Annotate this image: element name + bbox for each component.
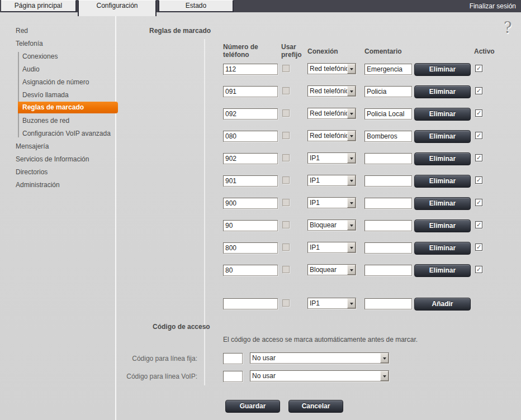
phone-number-input[interactable]: 112 bbox=[223, 64, 278, 75]
dropdown-arrow-icon bbox=[347, 64, 356, 74]
connection-select[interactable]: Red telefónica bbox=[307, 85, 356, 97]
comment-input[interactable] bbox=[364, 242, 412, 254]
add-button[interactable]: Añadir bbox=[414, 298, 471, 311]
sidebar-item-servicios-de-informacion[interactable]: Servicios de Información bbox=[16, 155, 89, 164]
delete-button[interactable]: Eliminar bbox=[414, 264, 471, 277]
phone-number-input[interactable]: 080 bbox=[223, 131, 278, 142]
section-title-reglas: Reglas de marcado bbox=[149, 27, 211, 35]
comment-input[interactable]: Bomberos bbox=[364, 131, 412, 142]
cancel-button[interactable]: Cancelar bbox=[288, 400, 343, 413]
tab-estado[interactable]: Estado bbox=[158, 0, 234, 12]
select-value: No usar bbox=[250, 353, 380, 363]
connection-select[interactable]: Red telefónica bbox=[307, 63, 356, 74]
delete-button[interactable]: Eliminar bbox=[414, 219, 471, 232]
delete-button[interactable]: Eliminar bbox=[414, 85, 471, 98]
comment-input[interactable] bbox=[364, 265, 412, 276]
connection-select[interactable]: Bloquear bbox=[307, 219, 356, 231]
tab-pagina-principal[interactable]: Página principal bbox=[1, 0, 77, 12]
save-button[interactable]: Guardar bbox=[225, 400, 280, 413]
connection-select[interactable]: IP1 bbox=[307, 242, 356, 253]
active-checkbox[interactable]: ✓ bbox=[475, 65, 482, 72]
dialing-rule-row: 112 Red telefónica Emergencia Eliminar ✓ bbox=[223, 63, 486, 77]
active-checkbox[interactable]: ✓ bbox=[475, 266, 482, 273]
sidebar-item-red[interactable]: Red bbox=[16, 27, 28, 35]
sidebar-item-configuracion-voip-avanzada[interactable]: Configuración VoIP avanzada bbox=[22, 130, 111, 138]
active-checkbox[interactable]: ✓ bbox=[475, 244, 482, 251]
connection-select[interactable]: Red telefónica bbox=[307, 108, 356, 119]
sidebar-item-desvio-llamada[interactable]: Desvío llamada bbox=[22, 91, 69, 99]
phone-number-input[interactable]: 80 bbox=[223, 265, 278, 276]
sidebar-item-conexiones[interactable]: Conexiones bbox=[22, 52, 58, 61]
dropdown-arrow-icon bbox=[347, 220, 356, 230]
select-value: Red telefónica bbox=[308, 86, 347, 96]
select-value: IP1 bbox=[308, 198, 347, 208]
comment-input[interactable]: Policia bbox=[364, 86, 412, 97]
sidebar-item-audio[interactable]: Audio bbox=[22, 65, 40, 74]
sidebar-subtree-line bbox=[18, 52, 19, 137]
sidebar-item-administracion[interactable]: Administración bbox=[16, 181, 60, 189]
phone-number-input[interactable] bbox=[223, 298, 278, 309]
select-value: No usar bbox=[250, 371, 380, 381]
sidebar-item-mensajeria[interactable]: Mensajería bbox=[16, 142, 49, 151]
comment-input[interactable] bbox=[364, 153, 412, 164]
tab-configuracion[interactable]: Configuración bbox=[78, 0, 157, 16]
phone-number-input[interactable]: 900 bbox=[223, 198, 278, 209]
dialing-rule-row: 902 IP1 Eliminar ✓ bbox=[223, 152, 486, 166]
connection-select[interactable]: IP1 bbox=[307, 175, 356, 186]
phone-number-input[interactable]: 90 bbox=[223, 220, 278, 231]
connection-select[interactable]: IP1 bbox=[307, 152, 356, 164]
sidebar-item-asignacion-de-numero[interactable]: Asignación de número bbox=[22, 78, 89, 87]
codigo-linea-fija-input[interactable] bbox=[223, 353, 243, 364]
active-checkbox[interactable]: ✓ bbox=[475, 132, 482, 139]
comment-input[interactable]: Emergencia bbox=[364, 64, 412, 75]
connection-select[interactable]: Bloquear bbox=[307, 264, 356, 275]
delete-button[interactable]: Eliminar bbox=[414, 175, 471, 188]
active-checkbox[interactable]: ✓ bbox=[475, 221, 482, 228]
dropdown-arrow-icon bbox=[347, 86, 356, 96]
column-header-numero: Número de teléfono bbox=[223, 43, 265, 59]
codigo-linea-voip-select[interactable]: No usar bbox=[250, 370, 389, 381]
active-checkbox[interactable]: ✓ bbox=[475, 176, 482, 184]
delete-button[interactable]: Eliminar bbox=[414, 242, 471, 255]
connection-select[interactable]: IP1 bbox=[307, 197, 356, 208]
logout-link[interactable]: Finalizar sesión bbox=[470, 0, 516, 12]
delete-button[interactable]: Eliminar bbox=[414, 130, 471, 143]
comment-input[interactable] bbox=[364, 198, 412, 209]
delete-button[interactable]: Eliminar bbox=[414, 108, 471, 121]
connection-select[interactable]: IP1 bbox=[307, 298, 356, 309]
codigo-linea-fija-select[interactable]: No usar bbox=[250, 352, 389, 364]
phone-number-input[interactable]: 800 bbox=[223, 242, 278, 254]
active-checkbox[interactable]: ✓ bbox=[475, 87, 482, 94]
delete-button[interactable]: Eliminar bbox=[414, 197, 471, 210]
delete-button[interactable]: Eliminar bbox=[414, 152, 471, 165]
comment-input[interactable] bbox=[364, 220, 412, 231]
codigo-linea-voip-input[interactable] bbox=[223, 371, 243, 382]
sidebar-item-directorios[interactable]: Directorios bbox=[16, 168, 48, 176]
select-value: IP1 bbox=[308, 153, 347, 163]
active-checkbox[interactable]: ✓ bbox=[475, 109, 482, 117]
sidebar-item-reglas-de-marcado[interactable]: Reglas de marcado bbox=[18, 102, 118, 113]
delete-button[interactable]: Eliminar bbox=[414, 63, 471, 76]
sidebar-item-telefonia[interactable]: Telefonía bbox=[16, 40, 43, 48]
phone-number-input[interactable]: 091 bbox=[223, 86, 278, 97]
select-value: IP1 bbox=[308, 298, 347, 308]
comment-input[interactable] bbox=[364, 175, 412, 187]
phone-number-input[interactable]: 901 bbox=[223, 175, 278, 187]
dialing-rule-row: 091 Red telefónica Policia Eliminar ✓ bbox=[223, 85, 486, 99]
phone-number-input[interactable]: 092 bbox=[223, 108, 278, 120]
use-prefix-checkbox bbox=[282, 266, 290, 273]
active-checkbox[interactable]: ✓ bbox=[475, 199, 482, 206]
comment-input[interactable]: Policia Local bbox=[364, 108, 412, 120]
dialing-rule-row: 080 Red telefónica Bomberos Eliminar ✓ bbox=[223, 130, 486, 144]
use-prefix-checkbox bbox=[282, 199, 290, 206]
phone-number-input[interactable]: 902 bbox=[223, 153, 278, 164]
use-prefix-checkbox bbox=[282, 221, 290, 228]
dialing-rule-row: 90 Bloquear Eliminar ✓ bbox=[223, 219, 486, 233]
connection-select[interactable]: Red telefónica bbox=[307, 130, 356, 141]
app-window: Finalizar sesión Página principal Config… bbox=[0, 0, 521, 420]
active-checkbox[interactable]: ✓ bbox=[475, 154, 482, 161]
help-icon[interactable]: ? bbox=[504, 19, 511, 36]
use-prefix-checkbox bbox=[282, 109, 290, 117]
comment-input[interactable] bbox=[364, 298, 412, 309]
sidebar-item-buzones-de-red[interactable]: Buzones de red bbox=[22, 117, 69, 125]
